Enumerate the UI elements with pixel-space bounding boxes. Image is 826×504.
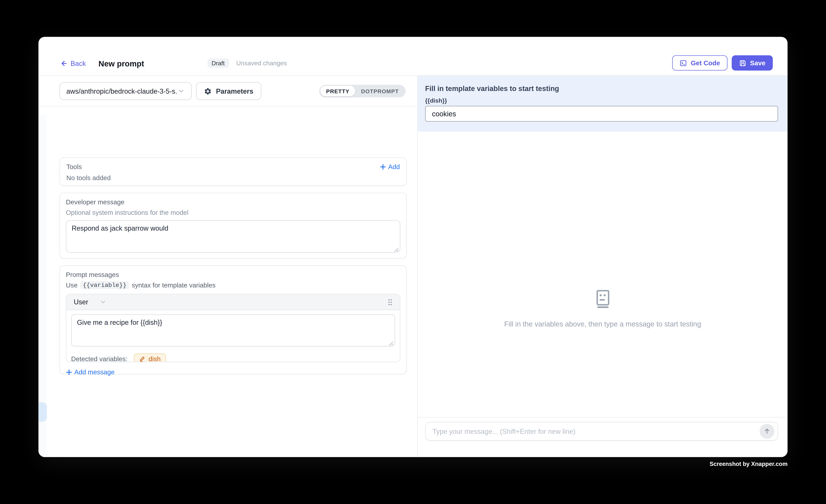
model-bar: aws/anthropic/bedrock-claude-3-5-s... Pa…	[39, 76, 417, 106]
developer-message-textarea[interactable]: Respond as jack sparrow would	[66, 220, 400, 253]
terminal-icon	[680, 59, 687, 67]
status-badge: Draft	[207, 58, 229, 68]
variable-value-input[interactable]	[425, 106, 778, 122]
message-header: User	[66, 295, 400, 310]
save-label: Save	[750, 59, 765, 67]
prompt-messages-card: Prompt messages Use {{variable}} syntax …	[60, 265, 407, 374]
variables-panel-title: Fill in template variables to start test…	[425, 85, 778, 93]
chat-empty-state: Fill in the variables above, then type a…	[418, 289, 787, 328]
syntax-hint-suffix: syntax for template variables	[132, 281, 216, 289]
add-message-label: Add message	[74, 369, 115, 376]
unsaved-changes-note: Unsaved changes	[236, 60, 287, 67]
parameters-button[interactable]: Parameters	[196, 82, 261, 100]
tab-pretty[interactable]: PRETTY	[320, 86, 355, 96]
role-value: User	[74, 298, 88, 306]
screenshot-stage: Back New prompt Draft Unsaved changes Ge…	[0, 0, 826, 504]
resize-handle-icon[interactable]	[394, 248, 399, 252]
add-message-button[interactable]: Add message	[66, 369, 115, 376]
arrow-up-icon	[763, 428, 771, 435]
robot-face-icon	[593, 289, 612, 309]
view-mode-toggle: PRETTY DOTPROMPT	[319, 85, 406, 98]
pencil-icon	[139, 356, 145, 362]
back-button[interactable]: Back	[60, 59, 86, 67]
get-code-button[interactable]: Get Code	[672, 55, 727, 71]
add-tool-label: Add	[388, 163, 400, 171]
tools-empty-text: No tools added	[66, 174, 400, 182]
model-selector-value: aws/anthropic/bedrock-claude-3-5-s...	[66, 87, 178, 95]
back-arrow-icon	[60, 59, 67, 67]
top-header: Back New prompt Draft Unsaved changes Ge…	[39, 37, 787, 76]
chat-message-input[interactable]	[432, 427, 760, 435]
send-button[interactable]	[760, 424, 774, 439]
detected-variables-row: Detected variables: dish	[66, 349, 400, 362]
tools-title: Tools	[66, 163, 82, 171]
empty-state-text: Fill in the variables above, then type a…	[504, 320, 701, 328]
app-window: Back New prompt Draft Unsaved changes Ge…	[39, 37, 787, 457]
plus-icon	[66, 369, 72, 375]
save-icon	[739, 59, 746, 67]
chat-input-container	[425, 422, 778, 441]
test-pane: Fill in template variables to start test…	[417, 76, 787, 457]
chat-input-bar	[418, 417, 787, 457]
prompt-editor-pane: aws/anthropic/bedrock-claude-3-5-s... Pa…	[39, 76, 417, 457]
get-code-label: Get Code	[691, 59, 720, 67]
gear-icon	[204, 87, 212, 95]
developer-message-card: Developer message Optional system instru…	[60, 193, 407, 259]
chevron-down-icon	[178, 87, 185, 95]
model-selector[interactable]: aws/anthropic/bedrock-claude-3-5-s...	[60, 82, 192, 100]
syntax-variable-chip: {{variable}}	[80, 281, 129, 289]
variable-chip-label: dish	[149, 356, 161, 362]
developer-message-subtitle: Optional system instructions for the mod…	[66, 209, 400, 216]
detected-variables-label: Detected variables:	[71, 356, 127, 362]
add-tool-button[interactable]: Add	[380, 163, 400, 171]
drag-handle-icon[interactable]	[388, 298, 392, 306]
message-content-textarea[interactable]: Give me a recipe for {{dish}}	[71, 314, 395, 346]
chevron-down-icon	[100, 299, 107, 305]
role-selector[interactable]: User	[74, 298, 107, 306]
page-title: New prompt	[98, 59, 144, 68]
message-row: User Give me a r	[66, 294, 400, 362]
developer-message-title: Developer message	[66, 198, 400, 206]
variable-chip-dish[interactable]: dish	[134, 353, 166, 362]
prompt-messages-title: Prompt messages	[66, 271, 400, 278]
watermark-text: Screenshot by Xnapper.com	[592, 461, 787, 467]
tab-dotprompt[interactable]: DOTPROMPT	[355, 86, 405, 96]
template-variables-panel: Fill in template variables to start test…	[418, 76, 787, 132]
back-label: Back	[71, 59, 86, 67]
tools-card: Tools Add No tools added	[60, 158, 407, 186]
syntax-hint: Use {{variable}} syntax for template var…	[66, 281, 400, 289]
left-edge-artifact	[39, 402, 47, 422]
plus-icon	[380, 164, 386, 170]
variable-name-label: {{dish}}	[425, 98, 778, 104]
save-button[interactable]: Save	[731, 55, 773, 71]
parameters-label: Parameters	[216, 87, 253, 95]
syntax-hint-prefix: Use	[66, 281, 77, 289]
resize-handle-icon[interactable]	[389, 341, 394, 346]
